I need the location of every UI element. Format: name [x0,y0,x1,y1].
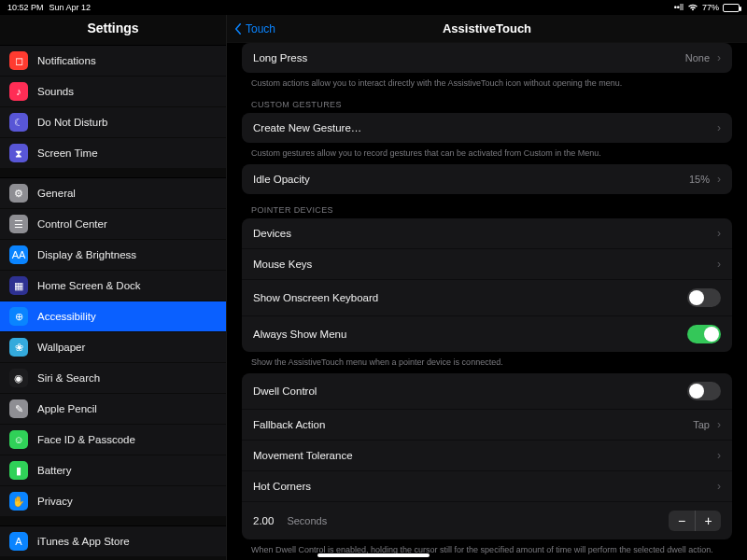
chevron-left-icon [233,23,244,35]
row-label: Movement Tolerance [253,450,710,461]
sidebar-item-label: Face ID & Passcode [37,434,217,445]
sidebar-item-general[interactable]: ⚙General [0,178,226,209]
sidebar-item-screen-time[interactable]: ⧗Screen Time [0,138,226,168]
home-screen-dock-icon: ▦ [9,276,28,295]
screen-time-icon: ⧗ [9,144,28,162]
sidebar-item-sounds[interactable]: ♪Sounds [0,77,226,107]
row-value: 15% [689,174,710,185]
do-not-disturb-icon: ☾ [9,113,28,132]
detail-navbar: Touch AssistiveTouch [227,15,747,43]
long-press-section: Long Press None › [242,43,732,73]
row-label: Hot Corners [253,481,710,492]
seconds-unit: Seconds [287,515,327,526]
general-icon: ⚙ [9,184,28,203]
seconds-value: 2.00 [253,515,274,526]
sidebar-item-label: Wallpaper [37,342,217,353]
back-button[interactable]: Touch [233,22,275,35]
wifi-icon [687,3,698,13]
row-label: Mouse Keys [253,259,710,270]
apple-pencil-icon: ✎ [9,399,28,418]
toggle-dwell-control[interactable] [687,382,721,400]
chevron-right-icon: › [717,449,721,462]
section-header-pointer: POINTER DEVICES [242,194,732,218]
detail-title: AssistiveTouch [227,21,747,35]
sidebar-item-do-not-disturb[interactable]: ☾Do Not Disturb [0,107,226,138]
chevron-right-icon: › [717,51,721,64]
notifications-icon: ◻︎ [9,51,28,70]
sidebar-item-apple-pencil[interactable]: ✎Apple Pencil [0,394,226,425]
control-center-icon: ☰ [9,215,28,233]
row-label: Show Onscreen Keyboard [253,292,680,303]
sidebar-item-home-screen-dock[interactable]: ▦Home Screen & Dock [0,271,226,301]
sidebar-item-siri-search[interactable]: ◉Siri & Search [0,363,226,394]
display-brightness-icon: AA [9,245,28,264]
row-onscreen-keyboard: Show Onscreen Keyboard [242,280,732,316]
battery-percent: 77% [702,3,719,12]
status-date: Sun Apr 12 [49,3,92,12]
chevron-right-icon: › [717,418,721,431]
row-hot-corners[interactable]: Hot Corners › [242,471,732,502]
sidebar-title: Settings [0,15,226,45]
battery-icon: ▮ [9,461,28,480]
privacy-icon: ✋ [9,492,28,511]
chevron-right-icon: › [717,121,721,134]
sidebar-item-label: Accessibility [37,311,217,322]
status-time: 10:52 PM [7,3,44,12]
row-fallback-action[interactable]: Fallback Action Tap › [242,410,732,441]
row-long-press[interactable]: Long Press None › [242,43,732,73]
row-value: Tap [693,419,710,430]
sidebar-item-privacy[interactable]: ✋Privacy [0,486,226,516]
row-label: Devices [253,228,710,239]
sidebar-item-display-brightness[interactable]: AADisplay & Brightness [0,240,226,271]
row-create-gesture[interactable]: Create New Gesture… › [242,113,732,143]
face-id-passcode-icon: ☺ [9,430,28,449]
sidebar-item-face-id-passcode[interactable]: ☺Face ID & Passcode [0,425,226,455]
dwell-footer: When Dwell Control is enabled, holding t… [242,539,732,555]
row-value: None [685,52,710,63]
sidebar-item-wallpaper[interactable]: ❀Wallpaper [0,332,226,363]
sidebar-item-label: Sounds [37,86,217,97]
home-indicator[interactable] [317,553,430,557]
row-label: Long Press [253,52,678,63]
row-mouse-keys[interactable]: Mouse Keys › [242,249,732,280]
toggle-always-show-menu[interactable] [687,325,721,343]
detail-pane: Touch AssistiveTouch Long Press None › C… [227,15,747,560]
toggle-onscreen-keyboard[interactable] [687,288,721,307]
sidebar-item-label: Notifications [37,55,217,66]
long-press-footer: Custom actions allow you to interact dir… [242,73,732,89]
row-label: Fallback Action [253,419,685,430]
siri-search-icon: ◉ [9,369,28,387]
status-bar: 10:52 PM Sun Apr 12 ••ll 77% [0,0,747,15]
seconds-stepper: − + [669,511,721,531]
sidebar-item-notifications[interactable]: ◻︎Notifications [0,46,226,77]
sounds-icon: ♪ [9,82,28,101]
row-label: Create New Gesture… [253,122,710,133]
itunes-app-store-icon: A [9,532,28,551]
sidebar-item-itunes-app-store[interactable]: AiTunes & App Store [0,526,226,556]
row-label: Dwell Control [253,385,680,397]
sidebar-item-label: Display & Brightness [37,249,217,260]
settings-sidebar: Settings ◻︎Notifications♪Sounds☾Do Not D… [0,15,227,560]
sidebar-item-battery[interactable]: ▮Battery [0,455,226,486]
row-idle-opacity[interactable]: Idle Opacity 15% › [242,164,732,194]
chevron-right-icon: › [717,227,721,240]
sidebar-item-label: Siri & Search [37,372,217,384]
row-devices[interactable]: Devices › [242,218,732,249]
battery-icon [723,4,740,12]
row-label: Idle Opacity [253,174,682,185]
sidebar-item-label: Privacy [37,496,217,507]
sidebar-item-label: Home Screen & Dock [37,280,217,291]
stepper-decrement[interactable]: − [669,511,695,531]
custom-gestures-footer: Custom gestures allow you to record gest… [242,143,732,159]
sidebar-item-label: Do Not Disturb [37,117,217,128]
sidebar-item-label: iTunes & App Store [37,536,217,547]
pointer-footer: Show the AssistiveTouch menu when a poin… [242,352,732,368]
sidebar-item-label: Screen Time [37,147,217,159]
accessibility-icon: ⊕ [9,307,28,326]
row-movement-tolerance[interactable]: Movement Tolerance › [242,441,732,471]
sidebar-item-accessibility[interactable]: ⊕Accessibility [0,301,226,332]
stepper-increment[interactable]: + [695,511,721,531]
sidebar-item-control-center[interactable]: ☰Control Center [0,209,226,240]
chevron-right-icon: › [717,480,721,493]
wallpaper-icon: ❀ [9,338,28,357]
